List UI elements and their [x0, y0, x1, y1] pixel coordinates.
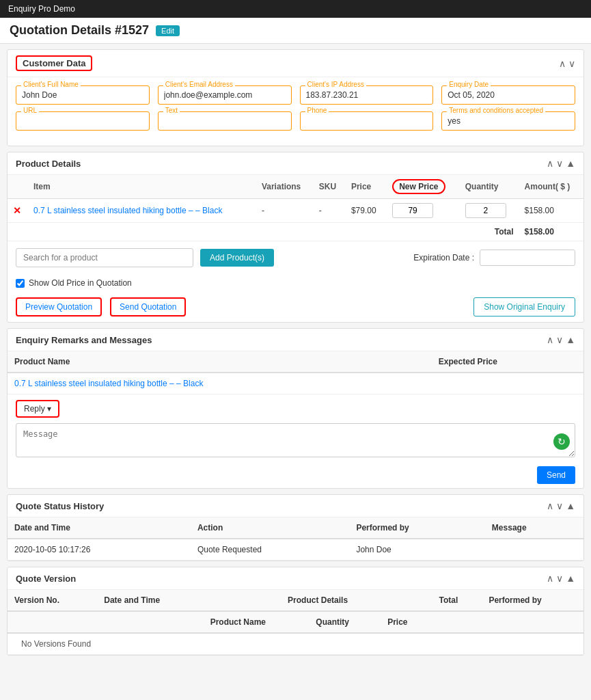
history-action-cell: Quote Requested [191, 539, 350, 561]
full-name-input[interactable] [16, 85, 150, 105]
page-title: Quotation Details #1527 [10, 23, 149, 38]
customer-data-body: Client's Full Name Client's Email Addres… [8, 77, 583, 146]
preview-quotation-button[interactable]: Preview Quotation [16, 297, 102, 317]
er-collapse-up-icon[interactable]: ∧ [547, 334, 553, 345]
th-sku: SKU [314, 175, 346, 199]
remarks-table: Product Name Expected Price 0.7 L stainl… [8, 351, 583, 394]
pd-collapse-down-icon[interactable]: ∨ [556, 158, 563, 169]
th-version-performed-by: Performed by [482, 590, 583, 611]
product-search-input[interactable] [16, 248, 193, 267]
send-quotation-button[interactable]: Send Quotation [110, 297, 186, 317]
product-table: Item Variations SKU Price New Price Quan… [8, 175, 583, 241]
terms-input[interactable] [441, 111, 575, 131]
th-item: Item [28, 175, 256, 199]
remarks-row: 0.7 L stainless steel insulated hiking b… [8, 373, 583, 394]
show-old-price-checkbox[interactable] [16, 279, 25, 288]
ip-input[interactable] [300, 85, 434, 105]
variations-cell: - [256, 199, 314, 223]
qs-collapse-up-icon[interactable]: ∧ [547, 500, 553, 511]
quote-version-controls: ∧ ∨ ▲ [547, 573, 575, 584]
qv-collapse-down-icon[interactable]: ∨ [556, 573, 563, 584]
th-action: Action [191, 517, 350, 539]
pd-expand-icon[interactable]: ▲ [566, 158, 575, 169]
ip-label: Client's IP Address [305, 81, 366, 88]
th-sub-product-name: Product Name [204, 611, 310, 633]
remarks-header-row: Product Name Expected Price [8, 351, 583, 373]
th-sub-empty-4 [482, 611, 583, 633]
reply-btn-label: Reply ▾ [24, 404, 51, 414]
url-label: URL [21, 107, 39, 114]
quote-version-title: Quote Version [16, 574, 76, 584]
new-price-cell [387, 199, 460, 223]
show-old-price-label: Show Old Price in Quotation [29, 278, 132, 288]
product-details-title: Product Details [16, 159, 81, 169]
delete-row-button[interactable]: ✕ [13, 205, 21, 216]
email-input[interactable] [158, 85, 292, 105]
page-badge[interactable]: Edit [156, 25, 180, 36]
new-price-input[interactable] [392, 203, 433, 218]
add-product-button[interactable]: Add Product(s) [200, 249, 274, 267]
history-row: 2020-10-05 10:17:26 Quote Requested John… [8, 539, 583, 561]
th-quantity: Quantity [460, 175, 519, 199]
history-header-row: Date and Time Action Performed by Messag… [8, 517, 583, 539]
th-version-total: Total [432, 590, 482, 611]
quote-status-header: Quote Status History ∧ ∨ ▲ [8, 495, 583, 517]
phone-input[interactable] [300, 111, 434, 131]
th-sub-empty-3 [432, 611, 482, 633]
enquiry-remarks-header: Enquiry Remarks and Messages ∧ ∨ ▲ [8, 329, 583, 351]
enquiry-date-field: Enquiry Date [441, 85, 575, 105]
product-details-body: Item Variations SKU Price New Price Quan… [8, 175, 583, 322]
customer-form-row-2: URL Text Phone Terms and conditions acce… [16, 111, 575, 131]
customer-data-section: Customer Data ∧ ∨ Client's Full Name Cli… [7, 49, 584, 146]
qs-expand-icon[interactable]: ▲ [566, 500, 575, 511]
quantity-input[interactable] [465, 203, 506, 218]
enquiry-date-input[interactable] [441, 85, 575, 105]
send-row: Send [8, 462, 583, 488]
top-bar: Enquiry Pro Demo [0, 0, 591, 18]
url-input[interactable] [16, 111, 150, 131]
text-label: Text [163, 107, 180, 114]
phone-field: Phone [300, 111, 434, 131]
reply-button[interactable]: Reply ▾ [16, 400, 59, 418]
product-details-section: Product Details ∧ ∨ ▲ Item Variations SK… [7, 152, 584, 323]
product-table-header: Item Variations SKU Price New Price Quan… [8, 175, 583, 199]
history-table: Date and Time Action Performed by Messag… [8, 517, 583, 561]
qv-collapse-up-icon[interactable]: ∧ [547, 573, 553, 584]
th-date-time: Date and Time [8, 517, 191, 539]
text-input[interactable] [158, 111, 292, 131]
collapse-down-icon[interactable]: ∨ [568, 58, 575, 69]
expiry-row: Expiration Date : [413, 250, 575, 266]
er-expand-icon[interactable]: ▲ [566, 334, 575, 345]
pd-collapse-up-icon[interactable]: ∧ [547, 158, 553, 169]
page-header: Quotation Details #1527 Edit [0, 18, 591, 44]
enquiry-remarks-controls: ∧ ∨ ▲ [547, 334, 575, 345]
no-versions-row: No Versions Found [8, 633, 583, 655]
th-expected-price: Expected Price [432, 351, 583, 373]
collapse-up-icon[interactable]: ∧ [559, 58, 566, 69]
email-label: Client's Email Address [163, 81, 235, 88]
show-original-enquiry-button[interactable]: Show Original Enquiry [473, 297, 575, 317]
history-performer-cell: John Doe [349, 539, 484, 561]
message-input[interactable] [16, 423, 575, 457]
quote-version-section: Quote Version ∧ ∨ ▲ Version No. Date and… [7, 567, 584, 656]
full-name-field: Client's Full Name [16, 85, 150, 105]
enquiry-remarks-section: Enquiry Remarks and Messages ∧ ∨ ▲ Produ… [7, 328, 584, 489]
er-collapse-down-icon[interactable]: ∨ [556, 334, 563, 345]
send-button[interactable]: Send [537, 466, 575, 484]
th-variations: Variations [256, 175, 314, 199]
qty-cell [460, 199, 519, 223]
remarks-product-link[interactable]: 0.7 L stainless steel insulated hiking b… [14, 379, 203, 388]
customer-form-row-1: Client's Full Name Client's Email Addres… [16, 85, 575, 105]
message-area: ↻ [16, 423, 575, 459]
amount-cell: $158.00 [519, 199, 583, 223]
remarks-product-cell: 0.7 L stainless steel insulated hiking b… [8, 373, 432, 394]
quote-status-controls: ∧ ∨ ▲ [547, 500, 575, 511]
qs-collapse-down-icon[interactable]: ∨ [556, 500, 563, 511]
action-left: Preview Quotation Send Quotation [16, 297, 186, 317]
expiry-date-input[interactable] [480, 250, 575, 266]
customer-data-header: Customer Data ∧ ∨ [8, 50, 583, 77]
qv-expand-icon[interactable]: ▲ [566, 573, 575, 584]
product-name-cell: 0.7 L stainless steel insulated hiking b… [28, 199, 256, 223]
refresh-icon[interactable]: ↻ [553, 433, 570, 450]
product-link[interactable]: 0.7 L stainless steel insulated hiking b… [33, 206, 222, 215]
